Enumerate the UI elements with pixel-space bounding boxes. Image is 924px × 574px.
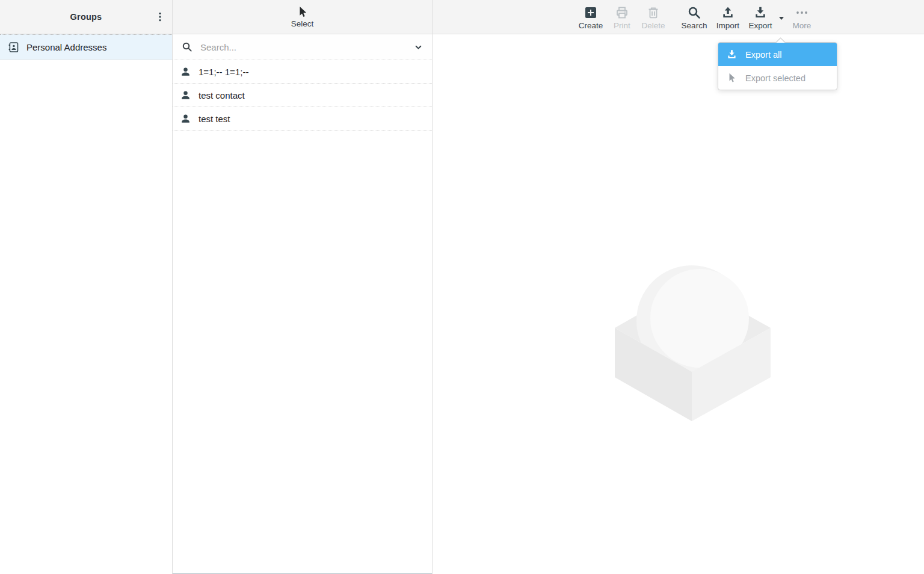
export-button[interactable]: Export — [745, 4, 776, 30]
import-button[interactable]: Import — [711, 4, 745, 30]
person-icon — [180, 113, 191, 125]
search-bar — [173, 34, 432, 60]
more-label: More — [793, 21, 812, 30]
create-label: Create — [579, 21, 603, 30]
cursor-icon — [296, 5, 309, 19]
add-box-icon — [584, 4, 598, 20]
chevron-down-icon — [413, 42, 424, 52]
groups-header: Groups — [0, 0, 172, 34]
contact-row[interactable]: test contact — [173, 84, 432, 107]
address-book-icon — [7, 41, 20, 54]
search-input[interactable] — [200, 42, 406, 52]
groups-sidebar: Groups Personal Addresses — [0, 0, 173, 574]
search-icon — [181, 41, 193, 53]
select-button[interactable]: Select — [173, 0, 432, 34]
contact-list: 1=1;-- 1=1;-- test contact — [173, 60, 432, 131]
list-header: Select — [173, 0, 432, 34]
select-label: Select — [291, 19, 314, 28]
search-icon — [687, 4, 701, 20]
content-pane: Create Print — [433, 0, 924, 574]
download-icon — [726, 49, 738, 60]
trash-icon — [646, 4, 661, 20]
contact-name: 1=1;-- 1=1;-- — [199, 67, 248, 77]
toolbar: Create Print — [433, 0, 924, 34]
contact-name: test test — [199, 114, 230, 124]
export-dropdown-button[interactable] — [776, 4, 787, 20]
kebab-menu-icon — [154, 11, 166, 23]
print-label: Print — [614, 21, 630, 30]
create-button[interactable]: Create — [575, 4, 606, 30]
upload-icon — [721, 4, 735, 20]
import-label: Import — [716, 21, 739, 30]
groups-title: Groups — [70, 12, 102, 22]
sidebar-item-personal-addresses[interactable]: Personal Addresses — [0, 34, 172, 60]
contacts-list-column: Select — [173, 0, 433, 574]
delete-button[interactable]: Delete — [638, 4, 669, 30]
printer-icon — [615, 4, 629, 20]
more-dots-icon — [795, 4, 809, 20]
person-icon — [180, 90, 191, 101]
menu-notch — [774, 37, 786, 43]
person-icon — [180, 66, 191, 78]
export-selected-item[interactable]: Export selected — [718, 66, 837, 90]
delete-label: Delete — [641, 21, 665, 30]
contact-row[interactable]: 1=1;-- 1=1;-- — [173, 60, 432, 84]
search-options-button[interactable] — [413, 42, 424, 52]
export-selected-label: Export selected — [745, 73, 805, 83]
more-button[interactable]: More — [787, 4, 817, 30]
cursor-icon — [726, 72, 738, 84]
search-label: Search — [682, 21, 707, 30]
search-button[interactable]: Search — [677, 4, 711, 30]
export-label: Export — [748, 21, 772, 30]
address-book-window: Groups Personal Addresses — [0, 0, 924, 574]
print-button[interactable]: Print — [606, 4, 638, 30]
contact-name: test contact — [199, 90, 245, 100]
empty-state-graphic — [615, 265, 772, 422]
contact-row[interactable]: test test — [173, 107, 432, 131]
export-all-item[interactable]: Export all — [718, 43, 837, 66]
caret-down-icon — [779, 17, 784, 20]
groups-options-button[interactable] — [152, 8, 168, 25]
sidebar-item-label: Personal Addresses — [26, 42, 106, 52]
export-all-label: Export all — [745, 50, 781, 60]
export-menu: Export all Export selected — [718, 42, 837, 90]
download-icon — [753, 4, 768, 20]
